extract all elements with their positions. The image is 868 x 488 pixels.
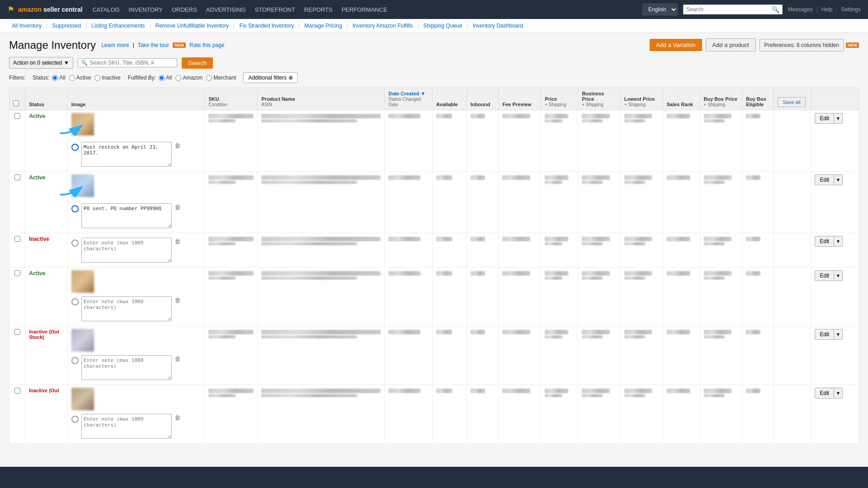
row1-checkbox[interactable] bbox=[14, 113, 20, 119]
row3-edit-dropdown[interactable]: ▾ bbox=[834, 236, 843, 247]
row3-note-textarea[interactable] bbox=[81, 238, 172, 263]
row3-checkbox[interactable] bbox=[14, 236, 20, 242]
row1-business-price bbox=[582, 114, 609, 118]
status-inactive-radio[interactable] bbox=[94, 75, 100, 81]
row3-note-delete[interactable]: 🗑 bbox=[175, 238, 181, 245]
nav-shipping-queue[interactable]: Shipping Queue bbox=[420, 22, 465, 30]
row6-note-textarea[interactable] bbox=[81, 414, 172, 439]
toolbar: Action on 0 selected ▼ 🔍 Search bbox=[9, 57, 859, 69]
row4-edit-dropdown[interactable]: ▾ bbox=[834, 270, 843, 281]
search-button[interactable]: Search bbox=[182, 57, 213, 69]
row1-date bbox=[388, 114, 420, 118]
row3-note-radio[interactable] bbox=[71, 239, 79, 247]
nav-all-inventory[interactable]: All Inventory bbox=[9, 22, 44, 30]
preferences-button[interactable]: Preferences: 8 columns hidden bbox=[760, 39, 844, 52]
row1-note-textarea[interactable]: Must restock on April 23, 2017. bbox=[81, 142, 172, 167]
logo-text: amazon seller central bbox=[18, 6, 82, 13]
nav-inventory[interactable]: INVENTORY bbox=[128, 5, 164, 15]
messages-link[interactable]: Messages bbox=[788, 6, 813, 13]
nav-reports[interactable]: REPORTS bbox=[303, 5, 334, 15]
top-search-input[interactable] bbox=[686, 6, 772, 13]
row2-edit-button[interactable]: Edit bbox=[815, 174, 834, 185]
page-header: Manage Inventory Learn more | Take the t… bbox=[9, 38, 859, 52]
fulfilled-amazon-label[interactable]: Amazon bbox=[175, 75, 203, 81]
nav-storefront[interactable]: STOREFRONT bbox=[254, 5, 296, 15]
take-tour-badge: NEW bbox=[173, 42, 186, 48]
nav-advertising[interactable]: ADVERTISING bbox=[205, 5, 247, 15]
sku-search-input[interactable] bbox=[90, 60, 171, 66]
save-all-button[interactable]: Save all bbox=[778, 97, 805, 107]
row5-checkbox[interactable] bbox=[14, 329, 20, 335]
row5-edit-dropdown[interactable]: ▾ bbox=[834, 329, 843, 340]
header-buy-box-eligible: Buy Box Eligible bbox=[742, 88, 774, 110]
row4-checkbox[interactable] bbox=[14, 270, 20, 276]
status-all-label[interactable]: All bbox=[52, 75, 65, 81]
language-select[interactable]: English bbox=[642, 4, 678, 15]
row5-note-delete[interactable]: 🗑 bbox=[175, 355, 181, 362]
header-price: Price + Shipping bbox=[541, 88, 578, 110]
nav-inventory-dashboard[interactable]: Inventory Dashboard bbox=[470, 22, 526, 30]
row4-edit-button[interactable]: Edit bbox=[815, 270, 834, 281]
row4-note-delete[interactable]: 🗑 bbox=[175, 296, 181, 304]
row6-edit-dropdown[interactable]: ▾ bbox=[834, 388, 843, 399]
row1-buy-box-cell bbox=[700, 110, 742, 172]
status-inactive-label[interactable]: Inactive bbox=[94, 75, 120, 81]
row2-edit-dropdown[interactable]: ▾ bbox=[834, 174, 843, 185]
fulfilled-amazon-radio[interactable] bbox=[175, 75, 181, 81]
nav-remove-unfulfillable[interactable]: Remove Unfulfillable Inventory bbox=[153, 22, 232, 30]
nav-fix-stranded[interactable]: Fix Stranded Inventory bbox=[236, 22, 297, 30]
row2-arrow bbox=[58, 179, 85, 198]
learn-more-link[interactable]: Learn more bbox=[101, 42, 129, 48]
row5-edit-button[interactable]: Edit bbox=[815, 329, 834, 340]
row1-edit-dropdown[interactable]: ▾ bbox=[834, 113, 843, 124]
fulfilled-all-label[interactable]: All bbox=[159, 75, 172, 81]
main-nav: CATALOG INVENTORY ORDERS ADVERTISING STO… bbox=[91, 5, 633, 15]
nav-suppressed[interactable]: Suppressed bbox=[49, 22, 84, 30]
fulfilled-merchant-radio[interactable] bbox=[206, 75, 212, 81]
row6-note-delete[interactable]: 🗑 bbox=[175, 414, 181, 421]
status-active-radio[interactable] bbox=[69, 75, 75, 81]
rate-page-link[interactable]: Rate this page bbox=[189, 42, 224, 48]
row1-edit-button[interactable]: Edit bbox=[815, 113, 834, 124]
row1-note-radio[interactable] bbox=[71, 144, 79, 151]
status-all-radio[interactable] bbox=[52, 75, 58, 81]
select-all-checkbox[interactable] bbox=[13, 100, 19, 106]
row6-note-radio[interactable] bbox=[71, 416, 79, 423]
nav-catalog[interactable]: CATALOG bbox=[91, 5, 120, 15]
row6-edit-button[interactable]: Edit bbox=[815, 388, 834, 399]
row2-checkbox[interactable] bbox=[14, 174, 20, 180]
help-link[interactable]: Help bbox=[821, 6, 833, 13]
row4-note-radio[interactable] bbox=[71, 298, 79, 305]
fulfilled-all-radio[interactable] bbox=[159, 75, 165, 81]
additional-filters-button[interactable]: Additional filters ⊕ bbox=[243, 72, 298, 83]
nav-manage-pricing[interactable]: Manage Pricing bbox=[302, 22, 344, 30]
nav-performance[interactable]: PERFORMANCE bbox=[340, 5, 388, 15]
header-date-created[interactable]: Date Created ▼ Status Changed Date bbox=[385, 88, 432, 110]
row2-note-radio[interactable] bbox=[71, 205, 79, 212]
row1-checkbox-cell bbox=[9, 110, 25, 172]
additional-filters-icon: ⊕ bbox=[288, 75, 293, 81]
table-header-row: Status Image SKU Condition Product Name … bbox=[9, 88, 859, 110]
fulfilled-merchant-label[interactable]: Merchant bbox=[206, 75, 236, 81]
action-select[interactable]: Action on 0 selected ▼ bbox=[9, 57, 73, 69]
nav-listing-enhancements[interactable]: Listing Enhancements bbox=[89, 22, 147, 30]
row2-note-textarea[interactable]: PO sent. PO number PP999HQ bbox=[81, 203, 172, 228]
add-variation-button[interactable]: Add a Variation bbox=[650, 39, 702, 51]
take-tour-link[interactable]: Take the tour bbox=[138, 42, 169, 48]
settings-link[interactable]: Settings bbox=[841, 6, 861, 13]
status-active-label[interactable]: Active bbox=[69, 75, 91, 81]
top-search-icon[interactable]: 🔍 bbox=[772, 6, 779, 13]
row1-note-delete[interactable]: 🗑 bbox=[175, 142, 181, 149]
row6-checkbox[interactable] bbox=[14, 388, 20, 394]
add-product-button[interactable]: Add a product bbox=[706, 38, 756, 52]
nav-orders[interactable]: ORDERS bbox=[171, 5, 198, 15]
row5-note-area: 🗑 bbox=[71, 353, 201, 382]
row4-note-textarea[interactable] bbox=[81, 296, 172, 321]
row3-edit-button[interactable]: Edit bbox=[815, 236, 834, 247]
nav-inventory-amazon[interactable]: Inventory Amazon Fulfills bbox=[350, 22, 415, 30]
row6-edit-group: Edit ▾ bbox=[815, 388, 855, 399]
fulfilled-label: Fulfilled By: bbox=[128, 75, 156, 81]
row5-note-textarea[interactable] bbox=[81, 355, 172, 380]
row2-note-delete[interactable]: 🗑 bbox=[175, 203, 181, 211]
row5-note-radio[interactable] bbox=[71, 357, 79, 364]
